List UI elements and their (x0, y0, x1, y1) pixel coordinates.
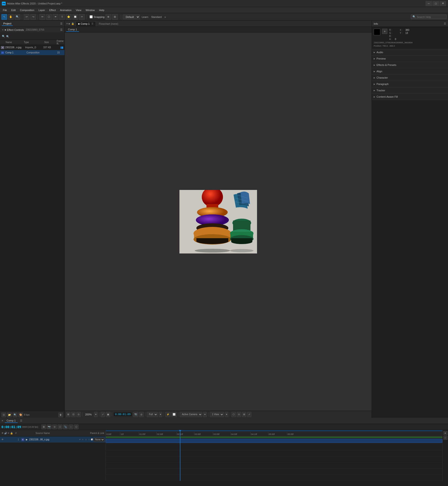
snapshot-btn[interactable]: 📷 (133, 412, 138, 417)
col-frame-header[interactable]: Frame R. (57, 40, 64, 45)
tool-hand[interactable]: ✋ (8, 14, 14, 20)
menu-layer[interactable]: Layer (37, 8, 47, 12)
align-panel-header[interactable]: ▶ Align (372, 68, 448, 74)
viewer-extra-2[interactable]: ⊙ (237, 412, 241, 417)
tool-zoom[interactable]: 🔍 (15, 14, 20, 20)
camera-options-btn[interactable]: ▾ (203, 412, 207, 417)
timeline-menu-btn[interactable]: ☰ (20, 419, 22, 422)
comp-tab-settings[interactable]: ☰ (91, 23, 93, 25)
paragraph-panel-header[interactable]: ▶ Paragraph (372, 81, 448, 87)
menu-edit[interactable]: Edit (9, 8, 18, 12)
tl-pan-btn[interactable]: ⬡ (74, 425, 79, 429)
menu-view[interactable]: View (74, 8, 83, 12)
close-button[interactable]: ✕ (440, 1, 446, 6)
info-panel-menu[interactable]: ☰ (444, 22, 446, 25)
timeline-playhead-ruler[interactable] (180, 430, 180, 436)
quality-selector[interactable]: Full (147, 412, 158, 417)
file-row-comp[interactable]: ⊡ Comp 1 Composition 15 (0, 50, 64, 55)
audio-panel-header[interactable]: ▶ Audio (372, 49, 448, 55)
layer-prop-motion[interactable]: ◎ (84, 438, 87, 441)
menu-composition[interactable]: Composition (18, 8, 36, 12)
layer-audio-btn[interactable] (5, 438, 8, 441)
viewer-extra-1[interactable]: ⬡ (232, 412, 236, 417)
camera-selector[interactable]: Active Camera (180, 412, 202, 417)
track-bar-1[interactable] (106, 439, 442, 443)
col-size-header[interactable]: Size (44, 41, 57, 43)
file-row-img[interactable]: ▣ 2302158...n.jpg Importe_G 337 KB 👥 (0, 45, 64, 50)
show-snapshot-btn[interactable]: ◎ (139, 412, 144, 417)
workspace-selector[interactable]: Default (123, 15, 140, 19)
snap-options-btn[interactable]: ⊕ (106, 14, 111, 20)
tool-scissors[interactable]: ✂ (79, 14, 85, 20)
project-search-input[interactable] (6, 35, 63, 38)
comp-tabs-close[interactable]: ✕ (66, 22, 68, 25)
tl-rc-1[interactable]: ⊕ (443, 431, 448, 435)
maximize-button[interactable]: □ (432, 1, 439, 6)
menu-help[interactable]: Help (97, 8, 106, 12)
layer-expand-btn[interactable]: ▶ (26, 438, 28, 441)
tracker-panel-header[interactable]: ▶ Tracker (372, 87, 448, 93)
project-search-btn[interactable]: 🔍 (13, 412, 17, 417)
tl-rc-2[interactable]: ⬡ (443, 436, 448, 440)
tool-select[interactable]: ↖ (1, 14, 7, 20)
timeline-layer-row[interactable]: 👁 1 ▣ ▶ 2302158...86_n.jpg ★ fx ◎ ⊙ 🎲 (0, 437, 106, 443)
layer-prop-star[interactable]: ★ (78, 438, 81, 441)
quality-options-btn[interactable]: ▾ (159, 412, 162, 417)
effect-controls-menu[interactable]: ☰ (60, 28, 63, 31)
layer-parent-select[interactable]: None (94, 437, 105, 442)
tl-solo-btn[interactable]: ⊙ (52, 425, 57, 429)
viewer-extra-4[interactable]: ⤢ (247, 412, 251, 417)
effects-presets-header[interactable]: ▶ Effects & Presets (372, 62, 448, 68)
project-tab[interactable]: Project (2, 22, 13, 26)
menu-effect[interactable]: Effect (47, 8, 58, 12)
search-help-input[interactable] (417, 16, 445, 18)
view-selector[interactable]: 1 View (210, 412, 224, 417)
snapping-checkbox[interactable] (90, 15, 93, 18)
comp-region-btn[interactable]: ▣ (106, 412, 110, 417)
timeline-comp-tab[interactable]: Comp 1 (5, 419, 18, 423)
tool-text[interactable]: T (59, 14, 65, 20)
color-add-btn[interactable]: + (382, 29, 387, 34)
tl-lock-btn[interactable]: 📎 (63, 425, 68, 429)
project-folder[interactable]: 📁 (7, 412, 12, 417)
tool-undo[interactable]: ↩ (24, 14, 29, 20)
layer-prop-3d[interactable]: 🎲 (90, 438, 93, 441)
tl-snap-btn[interactable]: 📷 (47, 425, 51, 429)
viewer-mask-btn[interactable]: ⊙ (76, 412, 81, 417)
fast-preview-btn[interactable]: ⚡ (165, 412, 170, 417)
col-type-header[interactable]: Type (24, 41, 44, 43)
viewer-snap-btn[interactable]: ⊞ (66, 412, 70, 417)
minimize-button[interactable]: ─ (425, 1, 432, 6)
tl-frame-btn[interactable]: ⬡ (58, 425, 62, 429)
zoom-dropdown-btn[interactable]: ▾ (94, 412, 98, 417)
project-new-comp[interactable]: ⊡ (1, 412, 6, 417)
transparency-btn[interactable]: ⬜ (171, 412, 177, 417)
layer-prop-fx[interactable]: fx (81, 438, 84, 441)
tool-redo[interactable]: ↪ (30, 14, 36, 20)
viewer-extra-3[interactable]: ⊞ (242, 412, 246, 417)
project-delete[interactable]: 🗑 (58, 412, 63, 417)
menu-window[interactable]: Window (84, 8, 97, 12)
viewer-grid-btn[interactable]: ⊡ (71, 412, 75, 417)
menu-file[interactable]: File (1, 8, 9, 12)
layer-eye-btn[interactable]: 👁 (1, 438, 4, 441)
content-aware-header[interactable]: ▶ Content-Aware Fill (372, 94, 448, 100)
tool-star[interactable]: ⭐ (66, 14, 72, 20)
tool-pen[interactable]: ✏ (40, 14, 45, 20)
layer-lock-btn[interactable] (12, 438, 16, 441)
tool-shape[interactable]: ⬡ (46, 14, 52, 20)
snap-options-btn2[interactable]: ⊞ (112, 14, 118, 20)
close-effect-controls[interactable]: ✕ (2, 29, 4, 31)
composition-tab[interactable]: ■ Comp 1 ☰ (75, 21, 96, 26)
tool-rect[interactable]: 🔲 (72, 14, 78, 20)
view-options-btn[interactable]: ▾ (225, 412, 228, 417)
layer-prop-adj[interactable]: ⊙ (88, 438, 90, 441)
tl-markers-btn[interactable]: ⊞ (41, 425, 46, 429)
layer-solo-btn[interactable] (8, 438, 12, 441)
tool-bezier[interactable]: ✒ (53, 14, 58, 20)
project-panel-menu[interactable]: ☰ (60, 22, 63, 25)
menu-animation[interactable]: Animation (58, 8, 73, 12)
tl-expand-btn[interactable]: ↔ (68, 425, 73, 429)
project-color-btn[interactable]: 🎨 (18, 412, 23, 417)
character-panel-header[interactable]: ▶ Character (372, 74, 448, 81)
